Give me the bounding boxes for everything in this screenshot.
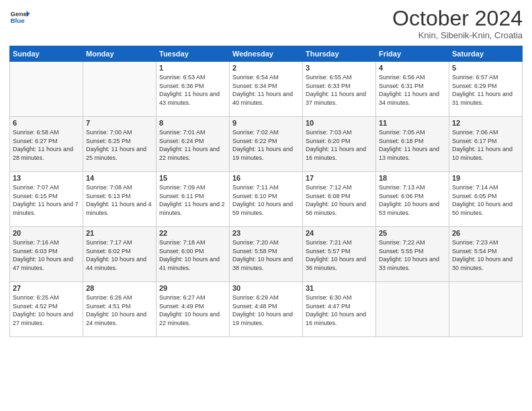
day-info: Sunrise: 6:29 AMSunset: 4:48 PMDaylight:…	[232, 293, 300, 327]
day-info: Sunrise: 6:25 AMSunset: 4:52 PMDaylight:…	[13, 293, 80, 327]
table-row: 14 Sunrise: 7:08 AMSunset: 6:13 PMDaylig…	[83, 172, 157, 227]
day-info: Sunrise: 7:03 AMSunset: 6:20 PMDaylight:…	[306, 128, 373, 162]
table-row: 9 Sunrise: 7:02 AMSunset: 6:22 PMDayligh…	[230, 117, 303, 172]
day-number: 30	[232, 284, 300, 292]
day-number: 19	[452, 174, 519, 182]
col-monday: Monday	[83, 46, 157, 62]
day-info: Sunrise: 6:30 AMSunset: 4:47 PMDaylight:…	[306, 293, 373, 327]
table-row: 4 Sunrise: 6:56 AMSunset: 6:31 PMDayligh…	[376, 62, 449, 117]
day-number: 23	[232, 229, 300, 237]
table-row: 27 Sunrise: 6:25 AMSunset: 4:52 PMDaylig…	[10, 282, 83, 337]
day-number: 18	[379, 174, 446, 182]
logo: General Blue	[9, 7, 30, 27]
table-row: 13 Sunrise: 7:07 AMSunset: 6:15 PMDaylig…	[10, 172, 83, 227]
table-row: 19 Sunrise: 7:14 AMSunset: 6:05 PMDaylig…	[449, 172, 523, 227]
day-number: 8	[159, 119, 226, 127]
table-row: 12 Sunrise: 7:06 AMSunset: 6:17 PMDaylig…	[449, 117, 523, 172]
day-number: 6	[13, 119, 80, 127]
table-row: 24 Sunrise: 7:21 AMSunset: 5:57 PMDaylig…	[303, 227, 376, 282]
calendar-week-row: 20 Sunrise: 7:16 AMSunset: 6:03 PMDaylig…	[10, 227, 523, 282]
table-row: 31 Sunrise: 6:30 AMSunset: 4:47 PMDaylig…	[303, 282, 376, 337]
day-number: 11	[379, 119, 446, 127]
day-number: 27	[13, 284, 80, 292]
day-info: Sunrise: 7:05 AMSunset: 6:18 PMDaylight:…	[379, 128, 446, 162]
table-row: 30 Sunrise: 6:29 AMSunset: 4:48 PMDaylig…	[230, 282, 303, 337]
title-area: October 2024 Knin, Sibenik-Knin, Croatia	[392, 7, 523, 40]
table-row: 11 Sunrise: 7:05 AMSunset: 6:18 PMDaylig…	[376, 117, 449, 172]
col-saturday: Saturday	[449, 46, 523, 62]
day-info: Sunrise: 7:09 AMSunset: 6:11 PMDaylight:…	[159, 183, 226, 217]
table-row: 6 Sunrise: 6:58 AMSunset: 6:27 PMDayligh…	[10, 117, 83, 172]
table-row: 16 Sunrise: 7:11 AMSunset: 6:10 PMDaylig…	[230, 172, 303, 227]
month-title: October 2024	[392, 7, 523, 30]
day-info: Sunrise: 6:53 AMSunset: 6:36 PMDaylight:…	[159, 73, 226, 107]
day-number: 1	[159, 64, 226, 72]
day-info: Sunrise: 6:54 AMSunset: 6:34 PMDaylight:…	[232, 73, 300, 107]
day-number: 29	[159, 284, 226, 292]
table-row: 2 Sunrise: 6:54 AMSunset: 6:34 PMDayligh…	[230, 62, 303, 117]
day-number: 7	[86, 119, 153, 127]
day-info: Sunrise: 7:14 AMSunset: 6:05 PMDaylight:…	[452, 183, 519, 217]
svg-text:Blue: Blue	[11, 17, 26, 24]
day-info: Sunrise: 7:02 AMSunset: 6:22 PMDaylight:…	[232, 128, 300, 162]
day-info: Sunrise: 6:27 AMSunset: 4:49 PMDaylight:…	[159, 293, 226, 327]
location-subtitle: Knin, Sibenik-Knin, Croatia	[392, 30, 523, 40]
day-number: 13	[13, 174, 80, 182]
day-info: Sunrise: 7:20 AMSunset: 5:58 PMDaylight:…	[232, 238, 300, 272]
calendar-week-row: 27 Sunrise: 6:25 AMSunset: 4:52 PMDaylig…	[10, 282, 523, 337]
calendar-week-row: 13 Sunrise: 7:07 AMSunset: 6:15 PMDaylig…	[10, 172, 523, 227]
col-friday: Friday	[376, 46, 449, 62]
day-info: Sunrise: 6:55 AMSunset: 6:33 PMDaylight:…	[306, 73, 373, 107]
day-info: Sunrise: 7:00 AMSunset: 6:25 PMDaylight:…	[86, 128, 153, 162]
table-row: 17 Sunrise: 7:12 AMSunset: 6:08 PMDaylig…	[303, 172, 376, 227]
table-row	[83, 62, 157, 117]
table-row	[376, 282, 449, 337]
day-number: 4	[379, 64, 446, 72]
day-info: Sunrise: 7:21 AMSunset: 5:57 PMDaylight:…	[306, 238, 373, 272]
table-row: 29 Sunrise: 6:27 AMSunset: 4:49 PMDaylig…	[157, 282, 230, 337]
table-row: 26 Sunrise: 7:23 AMSunset: 5:54 PMDaylig…	[449, 227, 523, 282]
table-row: 1 Sunrise: 6:53 AMSunset: 6:36 PMDayligh…	[157, 62, 230, 117]
table-row: 15 Sunrise: 7:09 AMSunset: 6:11 PMDaylig…	[157, 172, 230, 227]
table-row: 23 Sunrise: 7:20 AMSunset: 5:58 PMDaylig…	[230, 227, 303, 282]
day-info: Sunrise: 6:56 AMSunset: 6:31 PMDaylight:…	[379, 73, 446, 107]
day-info: Sunrise: 7:16 AMSunset: 6:03 PMDaylight:…	[13, 238, 80, 272]
table-row: 25 Sunrise: 7:22 AMSunset: 5:55 PMDaylig…	[376, 227, 449, 282]
table-row: 22 Sunrise: 7:18 AMSunset: 6:00 PMDaylig…	[157, 227, 230, 282]
day-number: 26	[452, 229, 519, 237]
col-thursday: Thursday	[303, 46, 376, 62]
table-row: 10 Sunrise: 7:03 AMSunset: 6:20 PMDaylig…	[303, 117, 376, 172]
day-number: 5	[452, 64, 519, 72]
day-info: Sunrise: 7:06 AMSunset: 6:17 PMDaylight:…	[452, 128, 519, 162]
day-number: 31	[306, 284, 373, 292]
day-number: 17	[306, 174, 373, 182]
day-number: 21	[86, 229, 153, 237]
table-row: 28 Sunrise: 6:26 AMSunset: 4:51 PMDaylig…	[83, 282, 157, 337]
day-info: Sunrise: 7:17 AMSunset: 6:02 PMDaylight:…	[86, 238, 153, 272]
day-info: Sunrise: 6:58 AMSunset: 6:27 PMDaylight:…	[13, 128, 80, 162]
col-tuesday: Tuesday	[157, 46, 230, 62]
day-number: 28	[86, 284, 153, 292]
calendar-week-row: 6 Sunrise: 6:58 AMSunset: 6:27 PMDayligh…	[10, 117, 523, 172]
table-row	[10, 62, 83, 117]
day-info: Sunrise: 7:18 AMSunset: 6:00 PMDaylight:…	[159, 238, 226, 272]
table-row: 5 Sunrise: 6:57 AMSunset: 6:29 PMDayligh…	[449, 62, 523, 117]
day-info: Sunrise: 7:13 AMSunset: 6:06 PMDaylight:…	[379, 183, 446, 217]
page-header: General Blue October 2024 Knin, Sibenik-…	[9, 7, 523, 40]
day-info: Sunrise: 7:12 AMSunset: 6:08 PMDaylight:…	[306, 183, 373, 217]
col-wednesday: Wednesday	[230, 46, 303, 62]
day-info: Sunrise: 7:01 AMSunset: 6:24 PMDaylight:…	[159, 128, 226, 162]
day-number: 20	[13, 229, 80, 237]
calendar-header-row: Sunday Monday Tuesday Wednesday Thursday…	[10, 46, 523, 62]
table-row: 21 Sunrise: 7:17 AMSunset: 6:02 PMDaylig…	[83, 227, 157, 282]
table-row: 7 Sunrise: 7:00 AMSunset: 6:25 PMDayligh…	[83, 117, 157, 172]
col-sunday: Sunday	[10, 46, 83, 62]
day-number: 2	[232, 64, 300, 72]
day-number: 22	[159, 229, 226, 237]
day-number: 24	[306, 229, 373, 237]
logo-icon: General Blue	[9, 7, 30, 27]
day-number: 14	[86, 174, 153, 182]
day-info: Sunrise: 7:07 AMSunset: 6:15 PMDaylight:…	[13, 183, 80, 217]
day-info: Sunrise: 7:23 AMSunset: 5:54 PMDaylight:…	[452, 238, 519, 272]
day-number: 25	[379, 229, 446, 237]
